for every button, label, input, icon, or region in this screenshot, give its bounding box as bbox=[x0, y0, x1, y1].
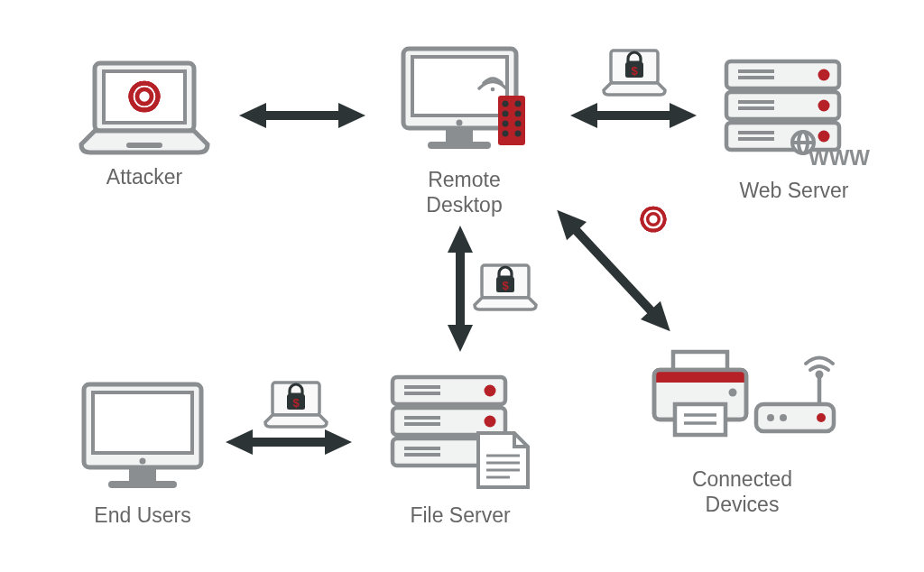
svg-point-71 bbox=[780, 414, 787, 421]
www-label: WWW bbox=[808, 145, 870, 170]
remote-control-icon bbox=[498, 96, 525, 145]
ransom-overlay-rd-ws: $ bbox=[598, 38, 670, 101]
svg-rect-53 bbox=[404, 453, 440, 457]
svg-point-42 bbox=[140, 458, 146, 465]
monitor-remote-icon bbox=[390, 43, 539, 161]
svg-point-24 bbox=[515, 131, 522, 137]
svg-point-54 bbox=[485, 385, 496, 397]
biohazard-overlay-icon bbox=[638, 204, 669, 235]
node-connected-devices: Connected Devices bbox=[641, 334, 844, 517]
svg-point-21 bbox=[503, 121, 509, 127]
svg-rect-43 bbox=[129, 468, 156, 481]
node-file-server: File Server bbox=[379, 370, 541, 529]
printer-icon bbox=[654, 352, 746, 435]
svg-point-36 bbox=[818, 131, 830, 143]
svg-point-65 bbox=[729, 389, 737, 397]
label-web-server: Web Server bbox=[713, 179, 875, 204]
svg-point-16 bbox=[491, 88, 495, 92]
svg-rect-31 bbox=[738, 106, 774, 110]
server-file-icon bbox=[379, 370, 541, 496]
svg-rect-48 bbox=[404, 385, 440, 389]
label-end-users: End Users bbox=[70, 503, 215, 529]
server-web-icon: WWW bbox=[713, 54, 875, 171]
svg-text:$: $ bbox=[502, 279, 509, 292]
ransom-overlay-eu-fs: $ bbox=[260, 370, 332, 433]
document-icon bbox=[478, 433, 528, 487]
node-end-users: End Users bbox=[70, 379, 215, 529]
svg-rect-28 bbox=[738, 69, 774, 73]
svg-point-6 bbox=[648, 214, 660, 226]
svg-rect-51 bbox=[404, 422, 440, 426]
svg-rect-44 bbox=[108, 481, 177, 488]
arrow-attacker-remote bbox=[239, 103, 365, 128]
svg-point-22 bbox=[515, 121, 522, 127]
svg-rect-32 bbox=[738, 131, 774, 134]
svg-rect-29 bbox=[738, 76, 774, 79]
svg-rect-8 bbox=[104, 71, 185, 123]
node-attacker: Attacker bbox=[72, 59, 217, 190]
svg-point-34 bbox=[818, 69, 830, 81]
svg-point-74 bbox=[816, 371, 824, 379]
label-attacker: Attacker bbox=[72, 165, 217, 190]
svg-point-70 bbox=[767, 414, 774, 421]
arrow-users-file bbox=[226, 429, 352, 455]
svg-rect-52 bbox=[404, 447, 440, 450]
svg-rect-15 bbox=[428, 142, 491, 149]
svg-rect-14 bbox=[446, 129, 473, 142]
ransom-laptop-icon: $ bbox=[260, 370, 332, 433]
svg-point-19 bbox=[503, 111, 509, 117]
svg-rect-30 bbox=[738, 100, 774, 104]
svg-point-13 bbox=[457, 120, 463, 126]
svg-point-55 bbox=[485, 416, 496, 428]
svg-rect-12 bbox=[412, 57, 507, 115]
label-remote-desktop: Remote Desktop bbox=[390, 168, 539, 217]
router-icon bbox=[756, 358, 834, 432]
svg-rect-33 bbox=[738, 137, 774, 141]
arrow-remote-devices bbox=[547, 200, 679, 340]
svg-point-23 bbox=[503, 131, 509, 137]
svg-rect-49 bbox=[404, 392, 440, 395]
svg-rect-66 bbox=[675, 404, 725, 435]
svg-text:$: $ bbox=[292, 396, 300, 410]
svg-point-17 bbox=[503, 101, 509, 107]
node-web-server: WWW Web Server bbox=[713, 54, 875, 204]
diagram-canvas: Attacker Remote Desktop bbox=[0, 0, 924, 572]
label-connected-devices: Connected Devices bbox=[641, 467, 844, 517]
svg-rect-9 bbox=[126, 143, 162, 148]
svg-point-20 bbox=[515, 111, 522, 117]
svg-point-72 bbox=[817, 413, 826, 422]
label-file-server: File Server bbox=[379, 503, 541, 529]
arrow-remote-web bbox=[570, 103, 697, 128]
devices-icon bbox=[641, 334, 844, 460]
svg-point-35 bbox=[818, 100, 830, 112]
svg-rect-50 bbox=[404, 416, 440, 420]
ransom-overlay-rd-fs: $ bbox=[469, 253, 541, 316]
svg-text:$: $ bbox=[631, 64, 638, 78]
svg-point-18 bbox=[515, 101, 522, 107]
svg-rect-41 bbox=[93, 392, 192, 453]
monitor-icon bbox=[70, 379, 215, 496]
ransom-laptop-icon: $ bbox=[598, 38, 670, 101]
ransom-laptop-icon: $ bbox=[469, 253, 541, 316]
node-remote-desktop: Remote Desktop bbox=[390, 43, 539, 217]
laptop-icon bbox=[72, 59, 217, 158]
